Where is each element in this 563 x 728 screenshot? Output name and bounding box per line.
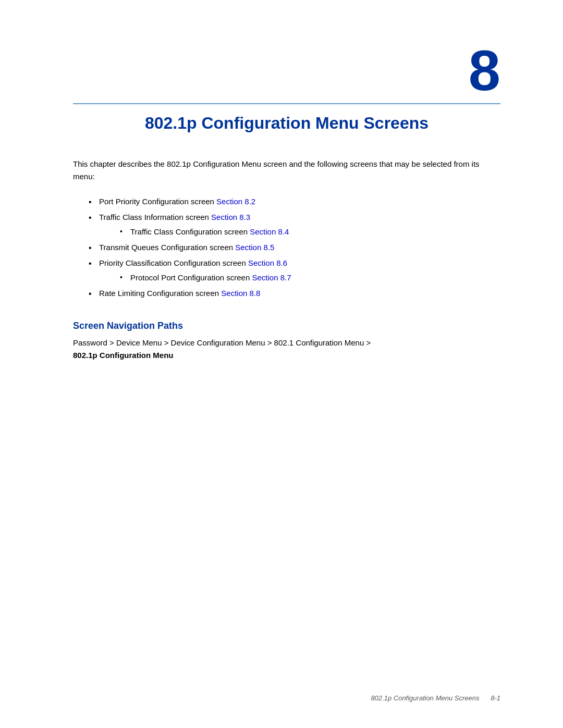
section-8-6-link[interactable]: Section 8.6 <box>248 258 287 267</box>
section-8-4-link[interactable]: Section 8.4 <box>250 227 289 236</box>
list-item-3: Transmit Queues Configuration screen Sec… <box>89 241 500 254</box>
page-container: 8 802.1p Configuration Menu Screens This… <box>0 0 563 728</box>
list-item-3-text: Transmit Queues Configuration screen <box>99 243 235 252</box>
sub-bullet-list-2: Protocol Port Configuration screen Secti… <box>120 272 500 284</box>
section-8-8-link[interactable]: Section 8.8 <box>221 289 260 298</box>
screen-nav-heading: Screen Navigation Paths <box>73 320 500 331</box>
nav-path-text: Password > Device Menu > Device Configur… <box>73 337 500 362</box>
chapter-title: 802.1p Configuration Menu Screens <box>73 114 500 133</box>
section-8-2-link[interactable]: Section 8.2 <box>216 197 255 206</box>
list-item-5-text: Rate Limiting Configuration screen <box>99 289 221 298</box>
list-item-2-text: Traffic Class Information screen <box>99 213 211 221</box>
list-item-5: Rate Limiting Configuration screen Secti… <box>89 287 500 300</box>
list-item-1: Port Priority Configuration screen Secti… <box>89 195 500 208</box>
section-8-3-link[interactable]: Section 8.3 <box>211 213 250 221</box>
footer-page: 8-1 <box>491 694 500 702</box>
section-8-7-link[interactable]: Section 8.7 <box>252 273 291 282</box>
sub-list-item-1: Traffic Class Configuration screen Secti… <box>120 226 500 238</box>
chapter-divider <box>73 103 500 104</box>
nav-path-main: Password > Device Menu > Device Configur… <box>73 338 371 347</box>
list-item-1-text: Port Priority Configuration screen <box>99 197 216 206</box>
list-item-4: Priority Classification Configuration sc… <box>89 257 500 284</box>
list-item-4-text: Priority Classification Configuration sc… <box>99 258 248 267</box>
intro-text: This chapter describes the 802.1p Config… <box>73 158 500 183</box>
sub-list-item-1-text: Traffic Class Configuration screen <box>130 227 250 236</box>
main-bullet-list: Port Priority Configuration screen Secti… <box>89 195 500 300</box>
section-8-5-link[interactable]: Section 8.5 <box>235 243 274 252</box>
footer: 802.1p Configuration Menu Screens 8-1 <box>371 694 500 702</box>
sub-bullet-list-1: Traffic Class Configuration screen Secti… <box>120 226 500 238</box>
nav-path-bold: 802.1p Configuration Menu <box>73 351 174 360</box>
chapter-number: 8 <box>73 42 500 99</box>
list-item-2: Traffic Class Information screen Section… <box>89 211 500 238</box>
footer-text: 802.1p Configuration Menu Screens <box>371 694 479 702</box>
sub-list-item-2-text: Protocol Port Configuration screen <box>130 273 252 282</box>
sub-list-item-2: Protocol Port Configuration screen Secti… <box>120 272 500 284</box>
